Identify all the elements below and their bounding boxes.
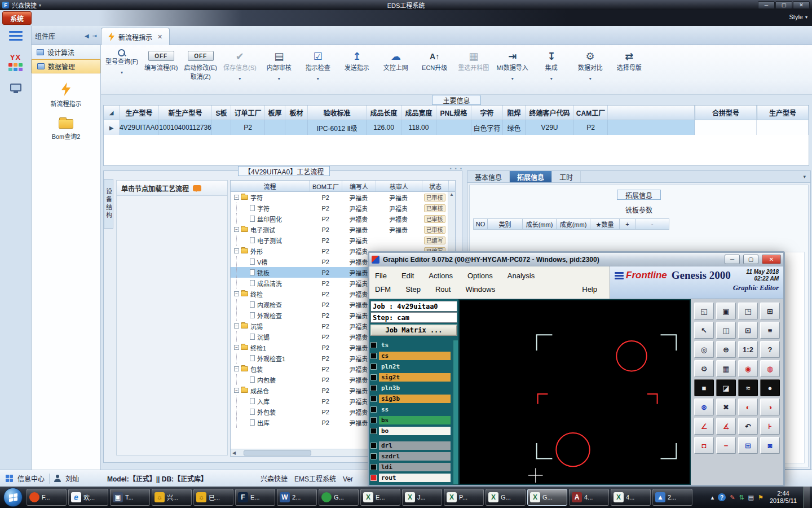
- layer-row[interactable]: drl: [370, 440, 451, 451]
- tool-button[interactable]: ≈: [738, 379, 758, 396]
- column-header[interactable]: 板材: [285, 106, 308, 120]
- layer-checkbox[interactable]: [370, 428, 377, 434]
- layer-checkbox[interactable]: [370, 464, 377, 470]
- quick-access-menu[interactable]: 兴森快捷: [12, 1, 37, 10]
- tool-button[interactable]: ∠: [694, 418, 714, 435]
- style-menu[interactable]: Style ▾: [789, 14, 807, 20]
- layer-checkbox[interactable]: [370, 453, 377, 459]
- taskbar-item[interactable]: A4...: [569, 489, 609, 506]
- layer-checkbox[interactable]: [370, 406, 377, 413]
- tool-button[interactable]: −: [716, 437, 736, 454]
- menu-analysis[interactable]: Analysis: [508, 271, 535, 280]
- tool-button[interactable]: ≡: [760, 322, 780, 339]
- taskbar-item[interactable]: ☼已...: [193, 489, 233, 506]
- layer-row[interactable]: cs: [370, 351, 451, 361]
- tool-button[interactable]: ◐: [738, 398, 758, 415]
- taskbar-item[interactable]: ☼兴...: [152, 489, 192, 506]
- info-center-icon[interactable]: [6, 475, 13, 482]
- column-header[interactable]: 合拼型号: [695, 106, 757, 120]
- hamburger-menu-icon[interactable]: [9, 31, 23, 41]
- tool-button[interactable]: ▦: [716, 360, 736, 377]
- taskbar-item[interactable]: W2...: [277, 489, 317, 506]
- taskbar-item[interactable]: FE...: [235, 489, 275, 506]
- minimize-button[interactable]: ─: [758, 1, 775, 9]
- taskbar-item[interactable]: XG...: [486, 489, 526, 506]
- tree-expander-icon[interactable]: −: [234, 388, 239, 393]
- dropdown-caret-icon[interactable]: ▾: [589, 76, 592, 81]
- ribbon-button[interactable]: 发送指示: [341, 48, 373, 72]
- tree-expander-icon[interactable]: −: [234, 366, 239, 371]
- ribbon-button[interactable]: MI数据导入▾: [496, 48, 529, 81]
- column-header[interactable]: 成品宽度: [401, 106, 436, 120]
- tool-button[interactable]: ●: [760, 379, 780, 396]
- layer-checkbox[interactable]: [370, 443, 377, 449]
- ribbon-button[interactable]: OFF编写流程(R): [144, 48, 178, 72]
- pencil-tray-icon[interactable]: ✎: [730, 494, 735, 501]
- ribbon-button[interactable]: 型号查询(F)▾: [105, 48, 138, 75]
- flag-tray-icon[interactable]: ⚑: [758, 494, 764, 501]
- tree-expander-icon[interactable]: −: [234, 248, 239, 253]
- tool-button[interactable]: ⊗: [694, 398, 714, 415]
- scroll-left-icon[interactable]: ◀: [232, 450, 236, 456]
- ribbon-button[interactable]: OFF启动修改(E)取消(Z): [184, 48, 217, 81]
- column-header[interactable]: 终端客户代码: [526, 106, 574, 120]
- layer-checkbox[interactable]: [370, 475, 377, 481]
- column-header[interactable]: 阻焊: [503, 106, 526, 120]
- tool-button[interactable]: ◉: [738, 360, 758, 377]
- tool-button[interactable]: ◑: [760, 398, 780, 415]
- column-header[interactable]: 生产型号: [757, 106, 809, 120]
- process-row[interactable]: 电子测试P2尹福贵已编写: [231, 235, 448, 246]
- sync-tray-icon[interactable]: ⇅: [739, 494, 744, 501]
- process-row[interactable]: 字符P2尹福贵尹福贵已审核: [231, 203, 448, 213]
- column-header[interactable]: 验收标准: [308, 106, 367, 120]
- layer-row[interactable]: sig3b: [370, 393, 451, 404]
- layer-row[interactable]: ts: [370, 340, 451, 351]
- dropdown-caret-icon[interactable]: ▾: [550, 76, 553, 81]
- layer-list-scrollbar[interactable]: [453, 340, 458, 485]
- layer-row[interactable]: ss: [370, 404, 451, 415]
- off-toggle[interactable]: OFF: [188, 51, 214, 61]
- column-header[interactable]: 字符: [471, 106, 503, 120]
- tool-button[interactable]: ✖: [716, 398, 736, 415]
- collapse-left-icon[interactable]: ◀: [85, 33, 89, 39]
- order-table-row[interactable]: ▶4V29UITAA010010400112736P2IPC-6012 Ⅱ级12…: [104, 120, 809, 135]
- taskbar-item[interactable]: X4...: [611, 489, 651, 506]
- process-row[interactable]: 丝印固化P2尹福贵尹福贵已审核: [231, 213, 448, 224]
- layer-checkbox[interactable]: [370, 417, 377, 423]
- column-header[interactable]: CAM工厂: [574, 106, 608, 120]
- job-matrix-button[interactable]: Job Matrix ...: [370, 325, 457, 336]
- menu-file[interactable]: File: [375, 271, 387, 280]
- taskbar-item[interactable]: XG...: [527, 489, 567, 506]
- graphic-editor-titlebar[interactable]: Graphic Editor 9.07b2 (00@HY-HYCAM-PC072…: [369, 253, 783, 266]
- tray-expand-icon[interactable]: ▴: [711, 494, 714, 501]
- tool-button[interactable]: ◍: [760, 360, 780, 377]
- menu-help[interactable]: Help: [582, 285, 604, 294]
- ribbon-button[interactable]: 指示检查▾: [302, 48, 334, 81]
- tree-column-header[interactable]: 状态: [422, 181, 449, 191]
- column-header[interactable]: 新生产型号: [159, 106, 212, 120]
- tool-button[interactable]: ◎: [694, 341, 714, 358]
- menu-options[interactable]: Options: [467, 271, 493, 280]
- tree-column-header[interactable]: BOM工厂: [310, 181, 342, 191]
- tool-button[interactable]: ⚙: [694, 360, 714, 377]
- shortcut-item[interactable]: 新流程指示: [51, 82, 82, 108]
- sidebar-item[interactable]: 设计算法: [32, 45, 100, 59]
- param-column-header[interactable]: NO: [473, 218, 488, 230]
- layer-row[interactable]: pln3b: [370, 383, 451, 393]
- dropdown-caret-icon[interactable]: ▾: [317, 76, 319, 81]
- layer-row[interactable]: ldi: [370, 462, 451, 472]
- tree-expander-icon[interactable]: −: [234, 291, 239, 296]
- tree-column-header[interactable]: 编写人: [342, 181, 376, 191]
- menu-dfm[interactable]: DFM: [375, 285, 391, 294]
- ribbon-button[interactable]: 内部审核▾: [263, 48, 295, 81]
- off-toggle[interactable]: OFF: [148, 51, 174, 61]
- taskbar-item[interactable]: XJ...: [402, 489, 442, 506]
- layer-row[interactable]: mill: [370, 483, 451, 485]
- dropdown-caret-icon[interactable]: ▾: [511, 76, 514, 81]
- ribbon-button[interactable]: ECN升级: [418, 48, 451, 72]
- menu-actions[interactable]: Actions: [429, 271, 453, 280]
- tool-button[interactable]: ■: [694, 379, 714, 396]
- system-menu-button[interactable]: 系统: [2, 11, 32, 25]
- column-header[interactable]: S板: [212, 106, 231, 120]
- column-header[interactable]: 板厚: [265, 106, 285, 120]
